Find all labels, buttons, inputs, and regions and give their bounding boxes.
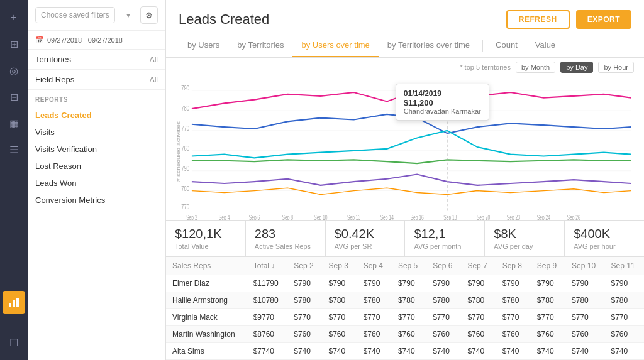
grid-icon[interactable]: ⊞ — [3, 33, 25, 55]
sidebar-filter-row: Choose saved filters ▼ ⚙ — [28, 0, 165, 31]
svg-text:780: 780 — [181, 184, 189, 192]
col-sales-reps[interactable]: Sales Reps — [166, 257, 247, 275]
report-visits-verification[interactable]: Visits Verification — [35, 141, 158, 158]
cell-value: $770 — [357, 309, 392, 326]
svg-text:Sep 23: Sep 23 — [507, 214, 520, 220]
table-row: Alta Sims$7740$740$740$740$740$740$740$7… — [166, 343, 644, 360]
by-hour-button[interactable]: by Hour — [598, 62, 634, 73]
metric-total-value: $120,1K Total Value — [166, 221, 246, 256]
date-range: 📅 09/27/2018 - 09/27/2018 — [28, 31, 165, 50]
svg-text:770: 770 — [181, 202, 189, 210]
table-row: Martin Washington$8760$760$760$760$760$7… — [166, 326, 644, 343]
metric-avg-sr-num: $0.42K — [335, 227, 396, 241]
cell-value: $780 — [496, 292, 531, 309]
cell-value: $740 — [605, 343, 644, 360]
data-table-wrap: Sales Reps Total ↓ Sep 2 Sep 3 Sep 4 Sep… — [166, 257, 644, 360]
filter-icon[interactable]: ⊟ — [3, 85, 25, 108]
cell-value: $740 — [392, 343, 426, 360]
report-leads-created[interactable]: Leads Created — [35, 107, 158, 124]
territories-filter[interactable]: Territories All — [28, 50, 165, 70]
cell-value: $790 — [461, 275, 496, 292]
svg-text:Sep 20: Sep 20 — [477, 214, 490, 220]
chart-area: 790 780 770 760 790 780 770 # scheduled … — [166, 74, 644, 220]
cell-name: Virginia Mack — [166, 309, 247, 326]
cell-value: $740 — [565, 343, 604, 360]
table-row: Elmer Diaz$11790$790$790$790$790$790$790… — [166, 275, 644, 292]
metric-active-reps-num: 283 — [255, 227, 316, 241]
line-chart: 790 780 770 760 790 780 770 # scheduled … — [176, 74, 634, 220]
chart-icon[interactable] — [3, 291, 25, 314]
metric-avg-day: $8K AVG per day — [485, 221, 565, 256]
metric-avg-hour-label: AVG per hour — [574, 243, 635, 250]
cell-value: $760 — [287, 326, 322, 343]
svg-text:780: 780 — [181, 104, 189, 112]
tab-by-territories-over-time[interactable]: by Territories over time — [379, 34, 479, 57]
saved-filters-select[interactable]: Choose saved filters — [35, 7, 115, 23]
cell-value: $790 — [287, 275, 322, 292]
page-title: Leads Created — [179, 11, 269, 28]
cell-name: Alta Sims — [166, 343, 247, 360]
cell-value: $740 — [496, 343, 531, 360]
by-month-button[interactable]: by Month — [516, 62, 555, 73]
tab-count[interactable]: Count — [487, 34, 526, 57]
export-button[interactable]: EXPORT — [576, 10, 631, 29]
cell-value: $760 — [392, 326, 426, 343]
by-day-button[interactable]: by Day — [560, 62, 593, 73]
svg-text:Sep 8: Sep 8 — [282, 214, 293, 220]
cell-value: $9770 — [247, 309, 288, 326]
metric-avg-sr-label: AVG per SR — [335, 243, 396, 250]
plus-icon[interactable]: + — [3, 6, 25, 29]
col-total[interactable]: Total ↓ — [247, 257, 288, 275]
col-sep5[interactable]: Sep 5 — [392, 257, 426, 275]
cell-value: $770 — [392, 309, 426, 326]
col-sep7[interactable]: Sep 7 — [461, 257, 496, 275]
cell-value: $760 — [496, 326, 531, 343]
cell-value: $770 — [496, 309, 531, 326]
col-sep10[interactable]: Sep 10 — [565, 257, 604, 275]
tab-by-users[interactable]: by Users — [179, 34, 228, 57]
cell-value: $740 — [461, 343, 496, 360]
cell-value: $790 — [565, 275, 604, 292]
cell-value: $770 — [565, 309, 604, 326]
metric-avg-month-label: AVG per month — [414, 243, 475, 250]
fieldreps-filter[interactable]: Field Reps All — [28, 70, 165, 90]
cell-value: $770 — [605, 309, 644, 326]
cell-value: $740 — [357, 343, 392, 360]
svg-text:Sep 26: Sep 26 — [567, 214, 580, 220]
fieldreps-label: Field Reps — [35, 75, 74, 84]
cell-value: $770 — [287, 309, 322, 326]
col-sep8[interactable]: Sep 8 — [496, 257, 531, 275]
tab-by-users-over-time[interactable]: by Users over time — [292, 34, 378, 57]
document-icon[interactable]: ☰ — [3, 138, 25, 161]
cell-value: $770 — [531, 309, 565, 326]
report-leads-won[interactable]: Leads Won — [35, 175, 158, 192]
report-conversion-metrics[interactable]: Conversion Metrics — [35, 192, 158, 209]
cell-value: $790 — [496, 275, 531, 292]
calendar-icon[interactable]: ▦ — [3, 112, 25, 134]
report-visits[interactable]: Visits — [35, 124, 158, 141]
metric-avg-hour: $400K AVG per hour — [565, 221, 644, 256]
location-icon[interactable]: ◎ — [3, 59, 25, 82]
col-sep9[interactable]: Sep 9 — [531, 257, 565, 275]
svg-text:Sep 16: Sep 16 — [411, 214, 424, 220]
col-sep11[interactable]: Sep 11 — [605, 257, 644, 275]
cell-value: $740 — [322, 343, 357, 360]
report-lost-reason[interactable]: Lost Reason — [35, 158, 158, 175]
svg-text:Sep 24: Sep 24 — [537, 214, 550, 220]
gear-icon[interactable]: ⚙ — [140, 6, 158, 24]
col-sep3[interactable]: Sep 3 — [322, 257, 357, 275]
cell-value: $770 — [426, 309, 461, 326]
main-header: Leads Created REFRESH EXPORT — [166, 0, 644, 34]
cell-value: $780 — [531, 292, 565, 309]
col-sep6[interactable]: Sep 6 — [426, 257, 461, 275]
svg-text:790: 790 — [181, 164, 189, 172]
reports-section: REPORTS Leads Created Visits Visits Veri… — [28, 90, 165, 211]
tab-value[interactable]: Value — [526, 34, 564, 57]
chat-icon[interactable]: ☐ — [3, 331, 25, 354]
refresh-button[interactable]: REFRESH — [506, 10, 570, 29]
tab-by-territories[interactable]: by Territories — [228, 34, 292, 57]
cell-name: Martin Washington — [166, 326, 247, 343]
col-sep2[interactable]: Sep 2 — [287, 257, 322, 275]
top5-label: * top 5 territories — [460, 63, 511, 71]
col-sep4[interactable]: Sep 4 — [357, 257, 392, 275]
